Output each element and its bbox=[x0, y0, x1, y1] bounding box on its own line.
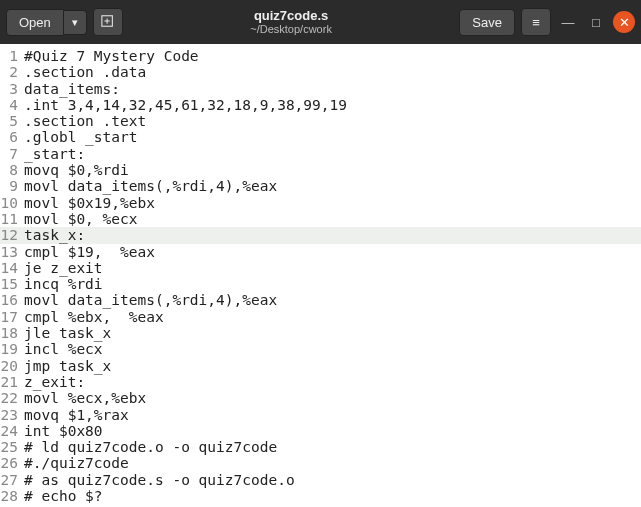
code-line[interactable]: 11movl $0, %ecx bbox=[0, 211, 641, 227]
code-line[interactable]: 22movl %ecx,%ebx bbox=[0, 390, 641, 406]
line-number: 14 bbox=[0, 260, 22, 276]
filepath-label: ~/Desktop/cwork bbox=[129, 23, 454, 35]
line-number: 27 bbox=[0, 472, 22, 488]
line-number: 24 bbox=[0, 423, 22, 439]
line-number: 8 bbox=[0, 162, 22, 178]
line-number: 16 bbox=[0, 292, 22, 308]
line-text: data_items: bbox=[22, 81, 120, 97]
line-number: 5 bbox=[0, 113, 22, 129]
line-text: movq $0,%rdi bbox=[22, 162, 129, 178]
line-number: 2 bbox=[0, 64, 22, 80]
code-line[interactable]: 25# ld quiz7code.o -o quiz7code bbox=[0, 439, 641, 455]
code-line[interactable]: 17cmpl %ebx, %eax bbox=[0, 309, 641, 325]
code-line[interactable]: 4.int 3,4,14,32,45,61,32,18,9,38,99,19 bbox=[0, 97, 641, 113]
code-line[interactable]: 13cmpl $19, %eax bbox=[0, 244, 641, 260]
line-text: .globl _start bbox=[22, 129, 138, 145]
line-text: cmpl $19, %eax bbox=[22, 244, 155, 260]
code-line[interactable]: 19incl %ecx bbox=[0, 341, 641, 357]
titlebar-right: Save ≡ — □ ✕ bbox=[459, 8, 635, 36]
line-text: incl %ecx bbox=[22, 341, 103, 357]
line-number: 9 bbox=[0, 178, 22, 194]
line-number: 18 bbox=[0, 325, 22, 341]
minimize-icon: — bbox=[562, 15, 575, 30]
code-line[interactable]: 24int $0x80 bbox=[0, 423, 641, 439]
line-number: 21 bbox=[0, 374, 22, 390]
window-minimize-button[interactable]: — bbox=[557, 11, 579, 33]
line-text: z_exit: bbox=[22, 374, 85, 390]
line-number: 28 bbox=[0, 488, 22, 504]
line-text: _start: bbox=[22, 146, 85, 162]
code-line[interactable]: 5.section .text bbox=[0, 113, 641, 129]
code-line[interactable]: 20jmp task_x bbox=[0, 358, 641, 374]
line-number: 22 bbox=[0, 390, 22, 406]
line-text: movl $0, %ecx bbox=[22, 211, 138, 227]
line-number: 11 bbox=[0, 211, 22, 227]
code-line[interactable]: 23movq $1,%rax bbox=[0, 407, 641, 423]
titlebar-left: Open ▾ bbox=[6, 8, 123, 36]
code-line[interactable]: 28# echo $? bbox=[0, 488, 641, 504]
line-text: #Quiz 7 Mystery Code bbox=[22, 48, 199, 64]
open-dropdown-button[interactable]: ▾ bbox=[64, 10, 87, 35]
code-line[interactable]: 9movl data_items(,%rdi,4),%eax bbox=[0, 178, 641, 194]
open-button[interactable]: Open bbox=[6, 9, 64, 36]
editor-area[interactable]: 1#Quiz 7 Mystery Code2.section .data3dat… bbox=[0, 44, 641, 504]
new-tab-button[interactable] bbox=[93, 8, 123, 36]
line-text: movl $0x19,%ebx bbox=[22, 195, 155, 211]
code-line[interactable]: 27# as quiz7code.s -o quiz7code.o bbox=[0, 472, 641, 488]
code-line[interactable]: 14je z_exit bbox=[0, 260, 641, 276]
line-number: 23 bbox=[0, 407, 22, 423]
save-button[interactable]: Save bbox=[459, 9, 515, 36]
line-text: # echo $? bbox=[22, 488, 103, 504]
title-center: quiz7code.s ~/Desktop/cwork bbox=[129, 9, 454, 35]
filename-label: quiz7code.s bbox=[129, 9, 454, 23]
line-number: 10 bbox=[0, 195, 22, 211]
line-text: int $0x80 bbox=[22, 423, 103, 439]
line-text: movq $1,%rax bbox=[22, 407, 129, 423]
line-text: incq %rdi bbox=[22, 276, 103, 292]
code-line[interactable]: 10movl $0x19,%ebx bbox=[0, 195, 641, 211]
code-line[interactable]: 12task_x: bbox=[0, 227, 641, 243]
line-text: movl data_items(,%rdi,4),%eax bbox=[22, 292, 277, 308]
line-number: 15 bbox=[0, 276, 22, 292]
line-text: cmpl %ebx, %eax bbox=[22, 309, 164, 325]
line-text: movl %ecx,%ebx bbox=[22, 390, 146, 406]
code-line[interactable]: 2.section .data bbox=[0, 64, 641, 80]
hamburger-menu-button[interactable]: ≡ bbox=[521, 8, 551, 36]
line-text: task_x: bbox=[22, 227, 85, 243]
line-number: 1 bbox=[0, 48, 22, 64]
line-text: .int 3,4,14,32,45,61,32,18,9,38,99,19 bbox=[22, 97, 347, 113]
new-tab-icon bbox=[101, 14, 115, 31]
code-line[interactable]: 16movl data_items(,%rdi,4),%eax bbox=[0, 292, 641, 308]
code-line[interactable]: 3data_items: bbox=[0, 81, 641, 97]
code-line[interactable]: 7_start: bbox=[0, 146, 641, 162]
line-text: .section .text bbox=[22, 113, 146, 129]
line-number: 17 bbox=[0, 309, 22, 325]
line-text: jle task_x bbox=[22, 325, 111, 341]
line-number: 20 bbox=[0, 358, 22, 374]
line-number: 6 bbox=[0, 129, 22, 145]
window-close-button[interactable]: ✕ bbox=[613, 11, 635, 33]
close-icon: ✕ bbox=[619, 15, 630, 30]
code-line[interactable]: 21z_exit: bbox=[0, 374, 641, 390]
line-number: 25 bbox=[0, 439, 22, 455]
line-text: .section .data bbox=[22, 64, 146, 80]
code-line[interactable]: 1#Quiz 7 Mystery Code bbox=[0, 48, 641, 64]
line-text: je z_exit bbox=[22, 260, 103, 276]
line-text: # as quiz7code.s -o quiz7code.o bbox=[22, 472, 295, 488]
code-line[interactable]: 6.globl _start bbox=[0, 129, 641, 145]
titlebar: Open ▾ quiz7code.s ~/Desktop/cwork Save … bbox=[0, 0, 641, 44]
code-line[interactable]: 18jle task_x bbox=[0, 325, 641, 341]
maximize-icon: □ bbox=[592, 15, 600, 30]
line-text: jmp task_x bbox=[22, 358, 111, 374]
code-line[interactable]: 8movq $0,%rdi bbox=[0, 162, 641, 178]
line-text: movl data_items(,%rdi,4),%eax bbox=[22, 178, 277, 194]
line-number: 13 bbox=[0, 244, 22, 260]
line-number: 12 bbox=[0, 227, 22, 243]
line-number: 4 bbox=[0, 97, 22, 113]
code-line[interactable]: 15incq %rdi bbox=[0, 276, 641, 292]
window-maximize-button[interactable]: □ bbox=[585, 11, 607, 33]
line-number: 26 bbox=[0, 455, 22, 471]
code-line[interactable]: 26#./quiz7code bbox=[0, 455, 641, 471]
line-number: 19 bbox=[0, 341, 22, 357]
line-text: # ld quiz7code.o -o quiz7code bbox=[22, 439, 277, 455]
